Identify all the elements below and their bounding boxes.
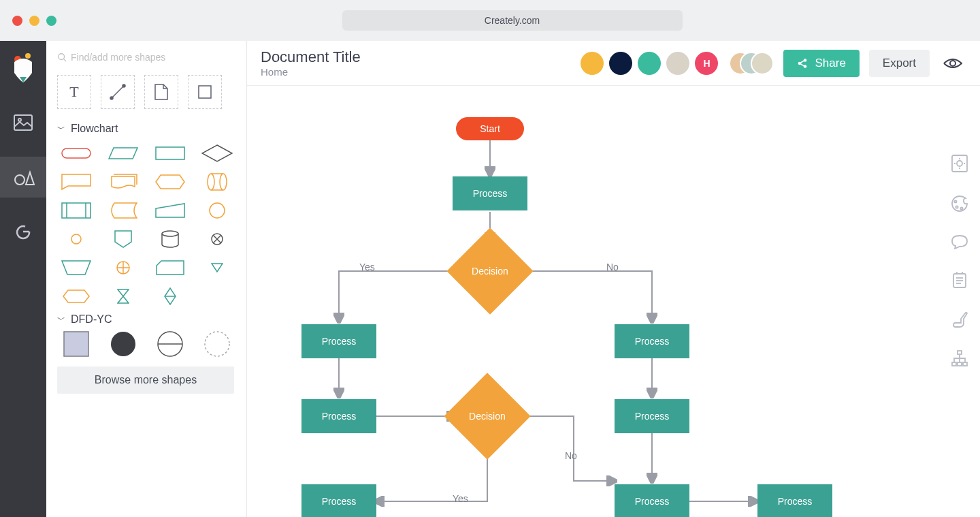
shape-database-cyl[interactable]: [198, 172, 235, 192]
rect-tool[interactable]: [188, 75, 222, 109]
flowchart-start[interactable]: Start: [456, 117, 524, 140]
page-tool[interactable]: [144, 75, 178, 109]
svg-point-5: [59, 54, 65, 60]
shape-card[interactable]: [151, 257, 189, 278]
edge-label-yes: Yes: [359, 262, 375, 272]
chevron-down-icon: ﹀: [57, 123, 65, 135]
close-window-icon[interactable]: [12, 16, 22, 26]
flowchart-process[interactable]: Process: [301, 324, 376, 358]
text-tool[interactable]: T: [57, 75, 91, 109]
shape-dfd-process[interactable]: [104, 334, 142, 354]
svg-rect-27: [64, 332, 88, 356]
svg-point-31: [205, 332, 229, 356]
export-label: Export: [883, 57, 916, 70]
theme-panel-icon[interactable]: [951, 195, 968, 215]
edge-label-no: No: [565, 450, 577, 461]
svg-point-47: [954, 200, 956, 202]
shape-manual-op[interactable]: [57, 257, 95, 278]
avatar[interactable]: H: [695, 52, 718, 75]
shape-search[interactable]: Find/add more shapes: [57, 52, 235, 63]
hierarchy-panel-icon[interactable]: [951, 350, 968, 369]
shape-collate[interactable]: [104, 286, 142, 307]
shape-predefined[interactable]: [57, 200, 95, 221]
svg-rect-56: [958, 362, 962, 366]
avatar[interactable]: [751, 52, 774, 75]
flowchart-process[interactable]: Process: [453, 176, 527, 210]
flowchart-process[interactable]: Process: [615, 399, 689, 433]
dfd-shapes: [57, 334, 235, 354]
shape-or[interactable]: [104, 257, 142, 278]
shape-process[interactable]: [151, 143, 189, 163]
style-panel-icon[interactable]: [951, 311, 968, 331]
svg-line-36: [801, 64, 804, 66]
svg-point-4: [15, 175, 24, 185]
left-rail: [0, 41, 46, 517]
minimize-window-icon[interactable]: [29, 16, 39, 26]
svg-rect-2: [14, 115, 32, 130]
shape-dfd-entity[interactable]: [57, 334, 95, 354]
shape-comment[interactable]: [57, 172, 95, 192]
section-dfd[interactable]: ﹀ DFD-YC: [57, 313, 235, 326]
svg-rect-10: [199, 86, 211, 98]
export-button[interactable]: Export: [869, 50, 930, 77]
shape-summing[interactable]: [198, 229, 235, 249]
document-title[interactable]: Document Title: [261, 48, 361, 66]
svg-point-48: [956, 206, 958, 208]
shape-magnetic-disk[interactable]: [151, 229, 189, 249]
browse-more-shapes-button[interactable]: Browse more shapes: [57, 366, 234, 394]
view-mode-button[interactable]: [939, 50, 966, 77]
svg-point-3: [18, 119, 21, 121]
share-button[interactable]: Share: [783, 50, 859, 77]
flowchart-process[interactable]: Process: [615, 484, 689, 517]
section-flowchart[interactable]: ﹀ Flowchart: [57, 123, 235, 135]
rail-google-icon[interactable]: [0, 211, 46, 252]
shape-preparation[interactable]: [57, 286, 95, 307]
flowchart-process[interactable]: Process: [301, 399, 376, 433]
search-placeholder: Find/add more shapes: [71, 52, 165, 63]
svg-point-37: [950, 61, 956, 66]
line-tool[interactable]: [101, 75, 135, 109]
rail-image-icon[interactable]: [0, 102, 46, 143]
avatar[interactable]: [609, 52, 632, 75]
edge-label-no: No: [606, 262, 619, 272]
notes-panel-icon[interactable]: [952, 271, 967, 292]
chevron-down-icon: ﹀: [57, 314, 65, 326]
flowchart-process[interactable]: Process: [301, 484, 376, 517]
svg-rect-11: [62, 148, 91, 158]
app-logo[interactable]: [0, 48, 46, 89]
svg-line-7: [112, 86, 124, 98]
shape-data[interactable]: [104, 143, 142, 163]
avatar[interactable]: [638, 52, 661, 75]
shape-display[interactable]: [151, 172, 189, 192]
avatar[interactable]: [581, 52, 604, 75]
shape-dfd-datastore[interactable]: [151, 334, 189, 354]
shape-terminator[interactable]: [57, 143, 95, 163]
url-bar[interactable]: Creately.com: [342, 10, 683, 31]
shape-connector[interactable]: [198, 200, 235, 221]
shape-sort[interactable]: [151, 286, 189, 307]
comments-panel-icon[interactable]: [951, 234, 968, 252]
shape-storeddata[interactable]: [104, 200, 142, 221]
shape-multidoc[interactable]: [104, 172, 142, 192]
svg-point-9: [122, 84, 125, 87]
shape-dfd-boundary[interactable]: [198, 334, 235, 354]
shape-offpage[interactable]: [104, 229, 142, 249]
collaborator-avatars: H: [581, 52, 774, 75]
settings-panel-icon[interactable]: [951, 154, 968, 176]
shape-merge[interactable]: [198, 257, 235, 278]
svg-point-49: [960, 207, 962, 209]
maximize-window-icon[interactable]: [46, 16, 56, 26]
breadcrumb[interactable]: Home: [261, 66, 361, 78]
shape-connector-small[interactable]: [57, 229, 95, 249]
rail-shapes-icon[interactable]: [0, 157, 46, 198]
avatar[interactable]: [666, 52, 689, 75]
share-label: Share: [815, 57, 845, 70]
shape-manual-input[interactable]: [151, 200, 189, 221]
svg-point-28: [111, 332, 135, 356]
canvas[interactable]: Start Process Decision Yes No Process Pr…: [247, 86, 980, 517]
shape-decision[interactable]: [198, 143, 235, 163]
flowchart-process[interactable]: Process: [757, 484, 832, 517]
search-icon: [57, 52, 67, 62]
flowchart-process[interactable]: Process: [615, 324, 689, 358]
svg-line-6: [64, 59, 67, 62]
